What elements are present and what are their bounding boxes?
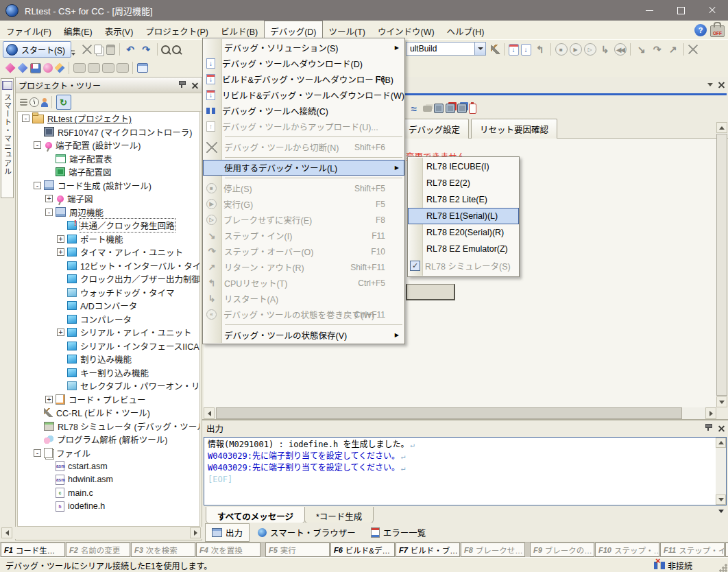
user-icon[interactable]	[41, 102, 48, 107]
scrollbar-thumb[interactable]	[716, 134, 727, 396]
scroll-right-icon[interactable]	[190, 527, 201, 538]
scroll-up-icon[interactable]	[716, 438, 726, 448]
tree-item[interactable]: -周辺機能	[18, 206, 199, 219]
function-key-f2[interactable]: F2名前の変更	[66, 543, 130, 557]
collapse-icon[interactable]: -	[34, 141, 41, 149]
menu-project[interactable]: プロジェクト(P)	[139, 21, 215, 39]
chip-add-icon[interactable]	[434, 104, 444, 113]
scroll-left-icon[interactable]	[1, 527, 12, 538]
function-key-f6[interactable]: F6ビルド&デ…	[330, 543, 395, 557]
step-over-icon[interactable]: ↷	[651, 43, 664, 56]
collapse-icon[interactable]: -	[22, 115, 29, 122]
menu-item-cpu-reset[interactable]: ↰CPUリセット(T)Ctrl+F5	[203, 275, 404, 291]
tree-item[interactable]: -ファイル	[18, 446, 199, 460]
tree-item[interactable]: +タイマ・アレイ・ユニット	[18, 246, 199, 259]
tree-item[interactable]: asmhdwinit.asm	[18, 473, 199, 487]
menu-item-step-in[interactable]: ↘ステップ・イン(I)F11	[203, 228, 404, 243]
submenu-item-simulator[interactable]: ✓RL78 シミュレータ(S)	[408, 257, 519, 274]
rewind-icon[interactable]: ◀◀	[614, 43, 627, 56]
menu-item-return-out[interactable]: ↗リターン・アウト(R)Shift+F11	[203, 259, 404, 275]
comment-delete-icon[interactable]	[117, 63, 129, 73]
function-key-f8[interactable]: F8ブレークせ…	[461, 543, 525, 557]
analyze-multi-icon[interactable]	[55, 63, 65, 73]
restart-icon[interactable]: ↳	[598, 43, 612, 56]
expand-icon[interactable]: +	[45, 195, 53, 202]
menu-item-restart[interactable]: ↳リスタート(A)	[203, 291, 404, 307]
download-icon[interactable]: ↓	[521, 44, 531, 56]
copy-icon[interactable]	[94, 45, 102, 54]
refresh-icon[interactable]: ↻	[56, 95, 71, 110]
tree-item[interactable]: !共通／クロック発生回路	[18, 219, 199, 233]
menu-view[interactable]: 表示(V)	[99, 21, 140, 39]
submenu-item-e1-serial[interactable]: RL78 E1(Serial)(L)	[408, 208, 519, 224]
tree-item[interactable]: cmain.c	[18, 486, 199, 500]
function-key-f1[interactable]: F1コード生…	[1, 543, 65, 557]
tab-debug-settings[interactable]: デバッグ設定	[400, 119, 469, 139]
lock-off-icon[interactable]: OFF	[710, 25, 725, 37]
output-tabs-dropdown-icon[interactable]	[718, 510, 724, 513]
build-config-combo[interactable]: ultBuild	[406, 42, 486, 56]
tab-reset-cause[interactable]: リセット要因確認	[471, 119, 557, 139]
run-no-break-icon[interactable]: ▷	[584, 43, 596, 56]
tree-item[interactable]: プログラム解析 (解析ツール)	[18, 433, 199, 446]
menu-build[interactable]: ビルド(B)	[215, 21, 264, 39]
tree-item[interactable]: +端子図	[18, 192, 199, 206]
battery-icon[interactable]	[469, 104, 476, 114]
menu-item-state-save[interactable]: デバッグ・ツールの状態保存(V)▶	[203, 327, 404, 343]
start-button[interactable]: スタート(S)	[3, 41, 71, 58]
analyze-blue-icon[interactable]	[18, 63, 28, 73]
smart-manual-tab[interactable]: スマート・マニュアル	[1, 78, 14, 198]
disconnect-icon[interactable]	[688, 45, 698, 54]
scroll-down-icon[interactable]	[716, 494, 726, 505]
return-out-icon[interactable]: ↗	[666, 43, 680, 56]
function-key-f11[interactable]: F11ステップ・イン	[660, 543, 725, 557]
menu-help[interactable]: ヘルプ(H)	[441, 21, 491, 39]
menu-item-run[interactable]: ▶実行(G)F5	[203, 196, 404, 212]
tree-item[interactable]: CC-RL (ビルド・ツール)	[18, 406, 199, 420]
cut-icon[interactable]	[82, 45, 92, 54]
tree-item[interactable]: RL78 シミュレータ (デバッグ・ツール)	[18, 420, 199, 433]
maximize-button[interactable]	[665, 0, 696, 21]
submenu-item-iecube[interactable]: RL78 IECUBE(I)	[408, 158, 519, 175]
expand-icon[interactable]: +	[57, 248, 64, 256]
help-icon[interactable]: ?	[694, 24, 707, 36]
find-in-files-icon[interactable]	[172, 45, 181, 54]
clock-icon[interactable]	[29, 97, 39, 107]
close-button[interactable]	[696, 0, 728, 21]
tree-item[interactable]: A/Dコンバータ	[18, 299, 199, 313]
tree-item[interactable]: キー割り込み機能	[18, 366, 199, 380]
submenu-item-e2[interactable]: RL78 E2(2)	[408, 175, 519, 191]
panel-dropdown-icon[interactable]	[705, 80, 715, 89]
tree-item[interactable]: +コード・プレビュー	[18, 393, 199, 407]
chart-icon[interactable]	[30, 63, 41, 73]
tree-item[interactable]: シリアル・インタフェースIICA	[18, 339, 199, 353]
function-key-f10[interactable]: F10ステップ・…	[595, 543, 659, 557]
tree-item[interactable]: クロック出力／ブザー出力制御回路	[18, 272, 199, 286]
menu-item-rollback[interactable]: «デバッグ・ツールの状態を巻き戻す(W)Ctrl+F11	[203, 307, 404, 322]
stop-icon[interactable]: ■	[555, 43, 568, 56]
menu-item-connect[interactable]: デバッグ・ツールへ接続(C)	[203, 103, 404, 119]
menu-debug[interactable]: デバッグ(D)	[264, 21, 322, 39]
run-icon[interactable]: ▶	[570, 43, 582, 56]
scroll-down-icon[interactable]	[716, 396, 727, 407]
menu-item-step-over[interactable]: ↷ステップ・オーバー(O)F10	[203, 243, 404, 259]
analyze-pink-icon[interactable]	[5, 63, 16, 73]
build-tool-icon[interactable]	[491, 45, 500, 54]
menu-file[interactable]: ファイル(F)	[0, 21, 58, 39]
analyze-circle-icon[interactable]	[43, 63, 53, 73]
window-layout-icon[interactable]	[137, 63, 148, 73]
tree-item[interactable]: -コード生成 (設計ツール)	[18, 179, 199, 193]
minimize-button[interactable]	[633, 0, 665, 21]
close-icon[interactable]	[718, 425, 725, 432]
tree-item[interactable]: +ポート機能	[18, 233, 199, 246]
function-key-f4[interactable]: F4次を置換	[196, 543, 260, 557]
redo-icon[interactable]: ↷	[139, 43, 153, 56]
panel-close-icon[interactable]	[716, 80, 727, 89]
tree-item[interactable]: hiodefine.h	[18, 500, 199, 514]
collapse-icon[interactable]: -	[34, 449, 41, 457]
panel-tab-error-list[interactable]: エラー一覧	[364, 523, 433, 542]
function-key-f9[interactable]: F9ブレークの…	[530, 543, 594, 557]
expand-icon[interactable]: +	[57, 235, 64, 243]
tree-item[interactable]: 端子配置表	[18, 152, 199, 166]
tree-item[interactable]: asmcstart.asm	[18, 460, 199, 473]
